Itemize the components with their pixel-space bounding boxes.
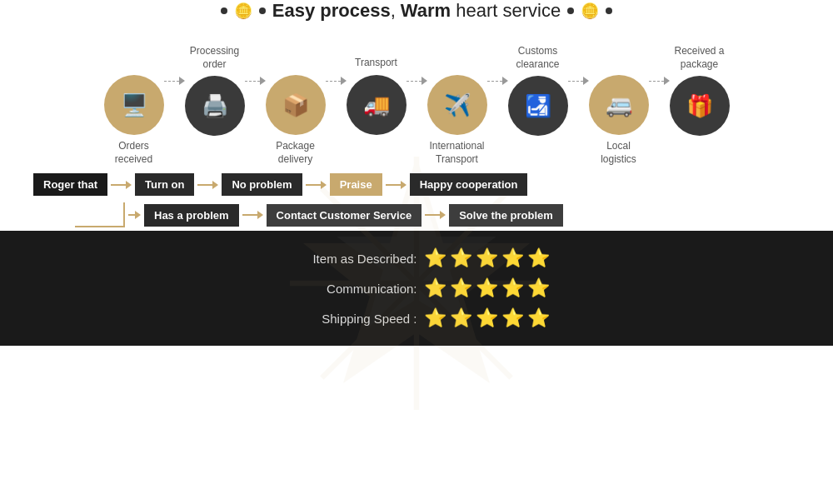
header-rest: heart service bbox=[451, 0, 561, 21]
coin2: 🪙 bbox=[581, 2, 599, 20]
step-orders-received-circle: 🖥️ bbox=[104, 75, 164, 135]
step-received-package: Received apackage 🎁 bbox=[670, 45, 730, 164]
step-received-package-top-label: Received apackage bbox=[674, 45, 724, 71]
printer-icon: 🖨️ bbox=[202, 93, 228, 119]
dot1 bbox=[221, 7, 227, 14]
step-customs-clearance-circle: 🛃 bbox=[508, 76, 568, 136]
step-transport-circle: 🚚 bbox=[347, 75, 407, 135]
flow-turn-on: Turn on bbox=[135, 173, 194, 196]
connector-7 bbox=[649, 77, 670, 85]
step-transport: Transport 🚚 bbox=[347, 45, 407, 163]
connector-3 bbox=[326, 77, 347, 85]
header: 🪙 Easy process, Warm heart service 🪙 bbox=[0, 0, 833, 22]
header-text: Easy process, Warm heart service bbox=[272, 0, 561, 22]
process-flow: 🖥️ Ordersreceived Processingorder 🖨️ bbox=[0, 37, 833, 170]
flow-arrow-3 bbox=[306, 181, 327, 189]
step-orders-received-bottom-label: Ordersreceived bbox=[115, 140, 152, 166]
step-package-delivery: 📦 Packagedelivery bbox=[266, 45, 326, 166]
customs-icon: 🛃 bbox=[525, 93, 551, 119]
connector-6 bbox=[568, 77, 589, 85]
step-customs-clearance: Customsclearance 🛃 bbox=[508, 45, 568, 164]
dot2 bbox=[259, 7, 266, 14]
step-local-logistics: 🚐 Locallogistics bbox=[589, 45, 649, 166]
connector-4 bbox=[407, 77, 427, 85]
dot4 bbox=[606, 7, 612, 14]
flow-solve-the-problem: Solve the problem bbox=[449, 204, 563, 227]
step-international-transport-circle: ✈️ bbox=[427, 75, 487, 135]
branch-arrow-2 bbox=[425, 211, 446, 219]
step-processing-order-circle: 🖨️ bbox=[185, 76, 245, 136]
gift-icon: 🎁 bbox=[686, 93, 713, 119]
flow-arrow-2 bbox=[197, 181, 218, 189]
main-flow-row: Roger that Turn on No problem Praise Hap… bbox=[33, 173, 800, 196]
step-package-delivery-bottom-label: Packagedelivery bbox=[276, 140, 315, 166]
branch-arrow-0 bbox=[128, 211, 141, 219]
branch-flow-row: Has a problem Contact Customer Service S… bbox=[33, 202, 800, 227]
truck-icon: 🚚 bbox=[363, 92, 390, 118]
flow-roger-that: Roger that bbox=[33, 173, 107, 196]
branch-arrow-1 bbox=[242, 211, 263, 219]
step-package-delivery-circle: 📦 bbox=[266, 75, 326, 135]
dot3 bbox=[567, 7, 574, 14]
van-icon: 🚐 bbox=[606, 92, 632, 118]
step-processing-order: Processingorder 🖨️ bbox=[185, 45, 245, 164]
flow-no-problem: No problem bbox=[222, 173, 302, 196]
flow-happy-cooperation: Happy cooperation bbox=[410, 173, 528, 196]
step-orders-received: 🖥️ Ordersreceived bbox=[104, 45, 164, 166]
plane-icon: ✈️ bbox=[444, 92, 471, 118]
step-local-logistics-circle: 🚐 bbox=[589, 75, 649, 135]
flow-contact-customer-service: Contact Customer Service bbox=[267, 204, 422, 227]
connector-2 bbox=[245, 77, 266, 85]
connector-5 bbox=[487, 77, 508, 85]
header-warm: Warm bbox=[396, 0, 451, 21]
step-international-transport: ✈️ InternationalTransport bbox=[427, 45, 487, 166]
flow-has-a-problem: Has a problem bbox=[144, 204, 239, 227]
step-international-transport-bottom-label: InternationalTransport bbox=[429, 140, 484, 166]
monitor-icon: 🖥️ bbox=[121, 92, 147, 118]
step-local-logistics-bottom-label: Locallogistics bbox=[601, 140, 636, 166]
step-customs-clearance-top-label: Customsclearance bbox=[516, 45, 559, 71]
flow-arrow-1 bbox=[111, 181, 132, 189]
flow-praise: Praise bbox=[330, 173, 382, 196]
coin1: 🪙 bbox=[234, 2, 252, 20]
package-icon: 📦 bbox=[282, 92, 309, 118]
step-received-package-circle: 🎁 bbox=[670, 76, 730, 136]
step-transport-top-label: Transport bbox=[355, 45, 397, 70]
step-processing-order-top-label: Processingorder bbox=[190, 45, 239, 71]
header-easy: Easy process bbox=[272, 0, 391, 21]
flow-arrow-4 bbox=[386, 181, 407, 189]
connector-1 bbox=[164, 77, 185, 85]
